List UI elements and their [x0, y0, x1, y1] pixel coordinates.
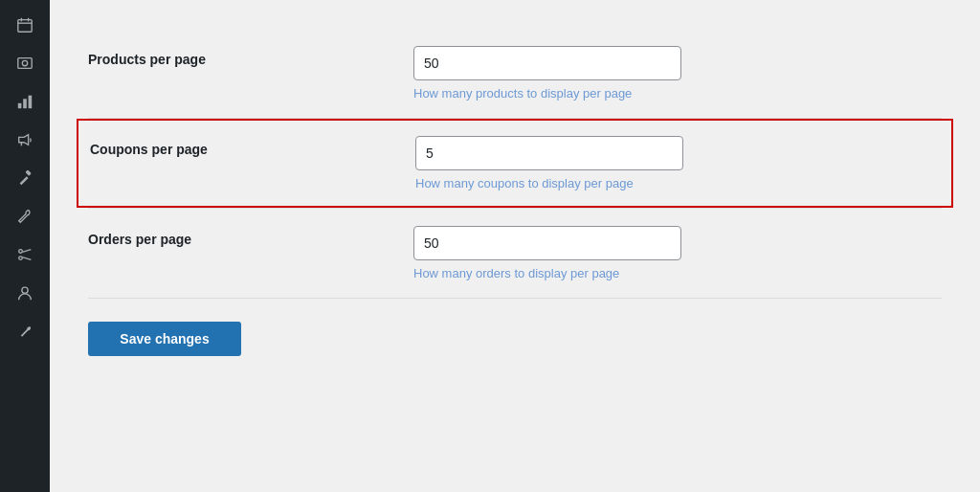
svg-rect-0 [18, 20, 32, 33]
megaphone-icon[interactable] [8, 123, 42, 157]
calendar-icon[interactable] [8, 8, 42, 42]
orders-per-page-input[interactable] [413, 226, 681, 260]
products-per-page-label: Products per page [88, 46, 413, 67]
orders-per-page-input-group: How many orders to display per page [413, 226, 681, 280]
svg-point-5 [22, 60, 27, 65]
hammer-icon[interactable] [8, 161, 42, 195]
svg-line-14 [22, 257, 31, 260]
coupons-per-page-label: Coupons per page [90, 136, 415, 157]
coupons-per-page-help: How many coupons to display per page [415, 176, 683, 190]
orders-per-page-row: Orders per page How many orders to displ… [88, 209, 942, 298]
main-content: Products per page How many products to d… [50, 0, 980, 492]
coupons-per-page-row: Coupons per page How many coupons to dis… [77, 119, 953, 208]
svg-line-13 [22, 250, 31, 253]
svg-point-12 [19, 257, 23, 260]
orders-per-page-label: Orders per page [88, 226, 413, 247]
products-per-page-row: Products per page How many products to d… [88, 29, 942, 118]
products-per-page-input[interactable] [413, 46, 681, 80]
save-button[interactable]: Save changes [88, 322, 241, 356]
svg-rect-4 [18, 58, 32, 69]
coupons-per-page-input-group: How many coupons to display per page [415, 136, 683, 190]
scissors-icon[interactable] [8, 237, 42, 272]
svg-rect-7 [23, 99, 27, 108]
svg-rect-10 [25, 169, 31, 175]
wrench-icon[interactable] [8, 199, 42, 234]
products-per-page-input-group: How many products to display per page [413, 46, 681, 101]
svg-point-11 [19, 250, 23, 254]
user-icon[interactable] [8, 276, 42, 310]
chart-icon[interactable] [8, 84, 42, 119]
products-per-page-help: How many products to display per page [413, 86, 681, 101]
orders-per-page-help: How many orders to display per page [413, 266, 681, 280]
svg-rect-8 [29, 96, 33, 109]
sidebar [0, 0, 50, 492]
wrench-settings-icon[interactable] [8, 314, 42, 348]
svg-rect-6 [18, 103, 22, 108]
dollar-icon[interactable] [8, 46, 42, 80]
separator-3 [88, 298, 942, 299]
svg-point-15 [22, 287, 28, 293]
coupons-per-page-inner: Coupons per page How many coupons to dis… [90, 136, 940, 190]
coupons-per-page-input[interactable] [415, 136, 683, 170]
